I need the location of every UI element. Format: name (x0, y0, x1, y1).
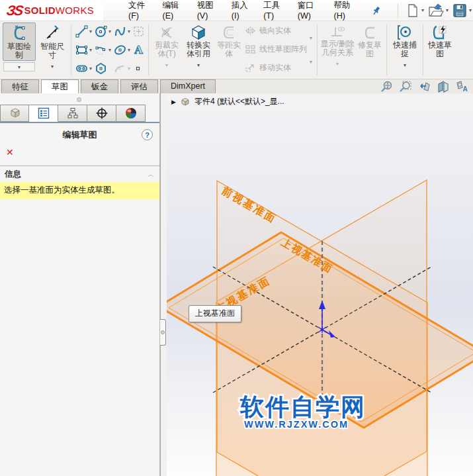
ellipse-dropdown[interactable]: ▾ (128, 47, 130, 53)
previous-view-button[interactable] (417, 80, 431, 93)
fillet-tool[interactable]: ▾ (113, 62, 130, 75)
save-document-button[interactable]: ▾ (451, 2, 473, 19)
trim-entities-label: 剪裁实体(T) (152, 41, 181, 59)
tab-evaluate[interactable]: 评估 (120, 79, 158, 93)
display-delete-relations-button[interactable]: 显示/删除几何关系 (320, 23, 355, 58)
trim-entities-button[interactable]: 剪裁实体(T) (152, 23, 181, 60)
repair-sketch-button[interactable]: 修复草图 (355, 23, 384, 60)
point-tool[interactable] (132, 62, 145, 75)
linear-pattern-button[interactable]: 线性草图阵列 (245, 44, 307, 55)
ellipse-tool[interactable]: ▾ (113, 43, 130, 57)
feature-tree-flyout[interactable]: ▶ 零件4 (默认<<默认>_显... (171, 96, 284, 107)
offset-group: 等距实体 (214, 23, 243, 77)
zoom-fit-icon (380, 80, 394, 93)
tab-display-manager[interactable] (116, 105, 146, 122)
tab-features[interactable]: 特征 (1, 79, 39, 93)
sketch-draw-button[interactable]: 草图绘制 (3, 23, 36, 61)
save-document-dropdown[interactable]: ▾ (469, 7, 472, 13)
spline-dropdown[interactable]: ▾ (128, 28, 130, 34)
tab-sheet-metal[interactable]: 钣金 (81, 79, 118, 93)
new-document-button[interactable]: ▾ (405, 2, 425, 19)
quick-snaps-button[interactable]: 快速捕捉 (390, 23, 419, 60)
quick-sketch-button[interactable]: 快速草图 (425, 23, 454, 60)
new-document-dropdown[interactable]: ▾ (421, 7, 424, 13)
pattern-group-dropdowns: ▾ ▾ (307, 23, 315, 77)
menu-item-help[interactable]: 帮助(H) (327, 0, 363, 24)
slot-dropdown[interactable]: ▾ (89, 66, 92, 71)
panel-splitter[interactable] (160, 93, 167, 476)
smart-dimension-button[interactable]: 智能尺寸 (36, 23, 69, 61)
save-document-icon (452, 3, 467, 18)
linear-pattern-label: 线性草图阵列 (259, 44, 307, 55)
line-tool[interactable]: ▾ (75, 24, 92, 38)
repair-sketch-icon (361, 24, 378, 41)
section-view-button[interactable] (436, 80, 450, 93)
quick-snaps-dropdown[interactable]: ▾ (389, 61, 421, 70)
fillet-icon (113, 62, 127, 75)
tab-dimxpert[interactable]: DimXpert (160, 79, 216, 93)
new-document-icon (406, 3, 419, 18)
polygon-tool[interactable] (94, 62, 111, 75)
solidworks-logo: ЗS SOLIDWORKS (0, 0, 103, 21)
display-delete-relations-dropdown[interactable]: ▾ (322, 60, 353, 69)
mirror-entities-icon (245, 26, 256, 36)
ribbon-separator (423, 24, 423, 75)
selection-box-tool[interactable] (132, 24, 145, 38)
repair-sketch-label: 修复草图 (355, 41, 384, 59)
workspace: 编辑草图 ? ✕ 信息 ︿ 选择一基准面为实体生成草图。 (0, 93, 473, 476)
logo-mark: ЗS (5, 3, 23, 19)
ribbon-separator (317, 24, 318, 75)
menu-item-view[interactable]: 视图(V) (191, 0, 225, 24)
sketch-draw-label: 草图绘制 (4, 42, 34, 60)
arc-dropdown[interactable]: ▾ (108, 47, 111, 53)
offset-entities-button[interactable]: 等距实体 (214, 23, 243, 60)
zoom-area-icon (398, 80, 412, 93)
tab-dimxpert-manager[interactable] (87, 105, 116, 122)
rectangle-dropdown[interactable]: ▾ (89, 47, 92, 53)
mirror-entities-button[interactable]: 镜向实体 (245, 25, 307, 36)
menu-item-file[interactable]: 文件(F) (122, 0, 156, 24)
tab-configuration-manager[interactable] (58, 105, 87, 122)
tab-feature-manager[interactable] (0, 105, 29, 122)
tab-property-manager[interactable] (29, 105, 58, 122)
line-dropdown[interactable]: ▾ (89, 28, 92, 34)
close-sketch-button[interactable]: ✕ (0, 147, 159, 162)
info-section-header[interactable]: 信息 ︿ (0, 166, 159, 182)
collapse-section-icon[interactable]: ︿ (148, 170, 154, 179)
circle-dropdown[interactable]: ▾ (108, 28, 111, 34)
menu-item-insert[interactable]: 插入(I) (225, 0, 257, 24)
move-entities-button[interactable]: 移动实体 (245, 62, 307, 73)
arc-tool[interactable]: ▾ (94, 43, 111, 57)
panel-splitter-handle[interactable] (77, 97, 81, 102)
menu-item-window[interactable]: 窗口(W) (291, 0, 327, 24)
tree-expand-icon[interactable]: ▶ (171, 99, 176, 105)
rectangle-icon (75, 43, 89, 57)
convert-entities-button[interactable]: 转换实体引用 (184, 23, 213, 60)
panel-collapse-tab[interactable] (160, 319, 166, 346)
move-entities-dropdown[interactable]: ▾ (310, 59, 312, 65)
view-orientation-button[interactable]: A (454, 80, 469, 93)
rectangle-tool[interactable]: ▾ (75, 43, 92, 57)
open-document-dropdown[interactable]: ▾ (446, 7, 449, 13)
tab-sketch[interactable]: 草图 (41, 79, 79, 93)
zoom-area-button[interactable] (398, 80, 412, 93)
help-button[interactable]: ? (142, 129, 153, 140)
spline-tool[interactable]: ▾ (113, 24, 130, 38)
text-tool[interactable]: A (132, 43, 145, 57)
menu-item-tools[interactable]: 工具(T) (257, 0, 291, 24)
open-document-button[interactable]: ▾ (427, 2, 450, 19)
smart-dimension-dropdown[interactable]: ▾ (36, 62, 68, 71)
slot-tool[interactable]: ▾ (75, 62, 92, 75)
linear-pattern-dropdown[interactable]: ▾ (310, 35, 312, 41)
sketch-draw-group: 草图绘制 ▾ (3, 23, 36, 77)
display-manager-icon (124, 107, 138, 120)
menu-item-edit[interactable]: 编辑(E) (156, 0, 191, 24)
circle-tool[interactable]: ▾ (94, 24, 111, 38)
convert-entities-dropdown[interactable]: ▾ (183, 61, 214, 70)
graphics-viewport[interactable]: 前视基准面 上视基准面 右视基准面 软件自学网 WWW.RJZXW.COM ▶ … (167, 93, 473, 476)
trim-entities-dropdown[interactable]: ▾ (151, 61, 183, 70)
menu-pin-button[interactable] (371, 5, 382, 16)
fillet-dropdown[interactable]: ▾ (128, 66, 130, 71)
sketch-draw-dropdown[interactable]: ▾ (3, 62, 35, 71)
zoom-fit-button[interactable] (380, 80, 394, 93)
